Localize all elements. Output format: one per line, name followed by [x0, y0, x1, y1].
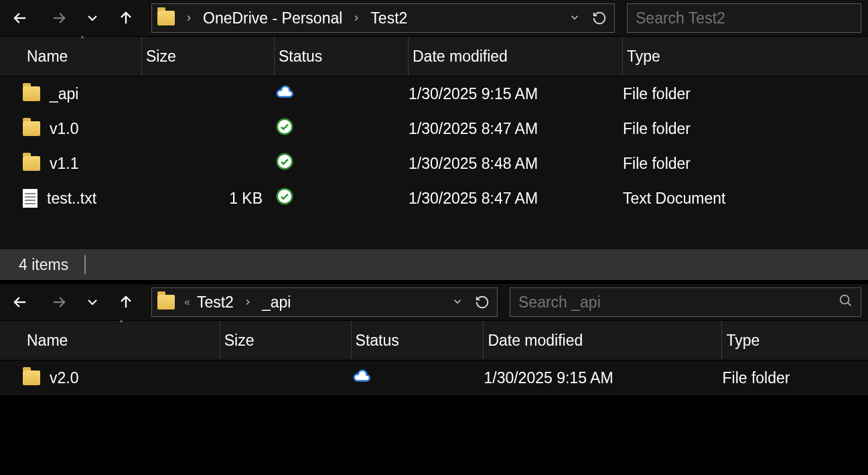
status-text: 4 items	[19, 256, 68, 274]
item-type: File folder	[623, 155, 691, 173]
chevron-right-icon	[243, 295, 252, 310]
folder-icon	[23, 121, 40, 136]
list-item[interactable]: v2.0 1/30/2025 9:15 AM File folder	[0, 360, 868, 395]
item-type: File folder	[623, 85, 691, 103]
column-label: Type	[726, 332, 760, 350]
search-icon	[838, 293, 853, 312]
chevron-right-icon	[184, 11, 194, 26]
explorer-pane-top: OneDrive - Personal Test2 ˄ Name Size St…	[0, 0, 868, 280]
list-item[interactable]: _api 1/30/2025 9:15 AM File folder	[0, 76, 868, 111]
folder-icon	[23, 156, 40, 171]
item-name: v1.0	[50, 120, 78, 138]
search-box[interactable]	[627, 3, 861, 33]
item-date: 1/30/2025 8:47 AM	[409, 120, 538, 138]
breadcrumb-segment[interactable]: Test2	[197, 293, 234, 312]
chevron-down-icon[interactable]	[451, 293, 463, 312]
column-label: Name	[27, 332, 68, 350]
cloud-icon	[275, 82, 295, 106]
refresh-button[interactable]	[473, 295, 492, 310]
toolbar: « Test2 _api	[0, 284, 868, 320]
cloud-icon	[352, 366, 372, 390]
item-type: File folder	[722, 369, 790, 387]
status-divider	[84, 255, 86, 274]
breadcrumb-segment[interactable]: _api	[262, 293, 291, 312]
svg-point-3	[841, 295, 849, 304]
item-size: 1 KB	[229, 190, 263, 208]
recent-dropdown[interactable]	[84, 289, 100, 316]
item-name: test..txt	[47, 190, 96, 208]
address-bar[interactable]: OneDrive - Personal Test2	[151, 3, 615, 33]
back-button[interactable]	[7, 289, 33, 316]
file-list: _api 1/30/2025 9:15 AM File folder v1.0 …	[0, 76, 868, 216]
sort-indicator-icon: ˄	[119, 320, 123, 329]
folder-icon	[157, 11, 175, 25]
search-input[interactable]	[518, 293, 833, 312]
sort-indicator-icon: ˄	[80, 36, 84, 45]
item-type: File folder	[623, 120, 691, 138]
column-header-date[interactable]: Date modified	[409, 37, 623, 76]
column-header-status[interactable]: Status	[275, 37, 409, 76]
svg-point-2	[277, 189, 293, 204]
list-item[interactable]: test..txt 1 KB 1/30/2025 8:47 AM Text Do…	[0, 181, 868, 216]
item-name: v2.0	[50, 369, 78, 387]
folder-icon	[23, 370, 40, 385]
column-label: Type	[627, 48, 660, 66]
folder-icon	[23, 86, 40, 101]
list-item[interactable]: v1.1 1/30/2025 8:48 AM File folder	[0, 146, 868, 181]
item-date: 1/30/2025 8:48 AM	[409, 155, 538, 173]
item-name: v1.1	[50, 155, 78, 173]
forward-button[interactable]	[46, 289, 72, 316]
column-headers: ˄ Name Size Status Date modified Type	[0, 320, 868, 360]
column-label: Date modified	[413, 48, 508, 66]
column-headers: ˄ Name Size Status Date modified Type	[0, 36, 868, 76]
item-name: _api	[50, 85, 78, 103]
svg-point-0	[277, 119, 293, 135]
search-input[interactable]	[636, 9, 853, 27]
column-header-name[interactable]: ˄ Name	[23, 321, 220, 360]
overflow-chevron-icon[interactable]: «	[184, 296, 188, 308]
column-label: Date modified	[488, 332, 583, 350]
item-date: 1/30/2025 9:15 AM	[409, 85, 538, 103]
column-label: Size	[146, 48, 176, 66]
column-header-date[interactable]: Date modified	[484, 321, 722, 360]
column-header-type[interactable]: Type	[623, 37, 851, 76]
file-list: v2.0 1/30/2025 9:15 AM File folder	[0, 360, 868, 395]
column-header-size[interactable]: Size	[220, 321, 352, 360]
item-date: 1/30/2025 8:47 AM	[409, 190, 538, 208]
svg-point-1	[277, 154, 293, 169]
explorer-pane-bottom: « Test2 _api ˄ Name Size Stat	[0, 284, 868, 395]
folder-icon	[157, 295, 175, 310]
column-label: Size	[224, 332, 255, 350]
refresh-button[interactable]	[590, 11, 609, 25]
column-header-size[interactable]: Size	[142, 37, 275, 76]
list-item[interactable]: v1.0 1/30/2025 8:47 AM File folder	[0, 111, 868, 146]
check-icon	[275, 151, 295, 176]
column-label: Name	[27, 48, 68, 66]
chevron-right-icon	[352, 11, 361, 26]
address-bar[interactable]: « Test2 _api	[151, 287, 498, 317]
up-button[interactable]	[113, 289, 139, 316]
column-label: Status	[356, 332, 399, 350]
item-date: 1/30/2025 9:15 AM	[484, 369, 613, 387]
search-box[interactable]	[510, 287, 861, 317]
chevron-down-icon[interactable]	[569, 9, 581, 27]
breadcrumb-segment[interactable]: OneDrive - Personal	[203, 9, 342, 27]
up-button[interactable]	[113, 5, 139, 31]
forward-button[interactable]	[46, 5, 72, 31]
breadcrumb-segment[interactable]: Test2	[370, 9, 407, 27]
status-bar: 4 items	[0, 249, 868, 280]
column-header-type[interactable]: Type	[722, 321, 868, 360]
column-label: Status	[279, 48, 322, 66]
back-button[interactable]	[7, 5, 33, 31]
text-file-icon	[23, 189, 38, 208]
toolbar: OneDrive - Personal Test2	[0, 0, 868, 36]
check-icon	[275, 117, 295, 141]
check-icon	[275, 186, 295, 210]
recent-dropdown[interactable]	[84, 5, 100, 31]
item-type: Text Document	[623, 190, 725, 208]
column-header-name[interactable]: ˄ Name	[23, 37, 142, 76]
column-header-status[interactable]: Status	[352, 321, 484, 360]
